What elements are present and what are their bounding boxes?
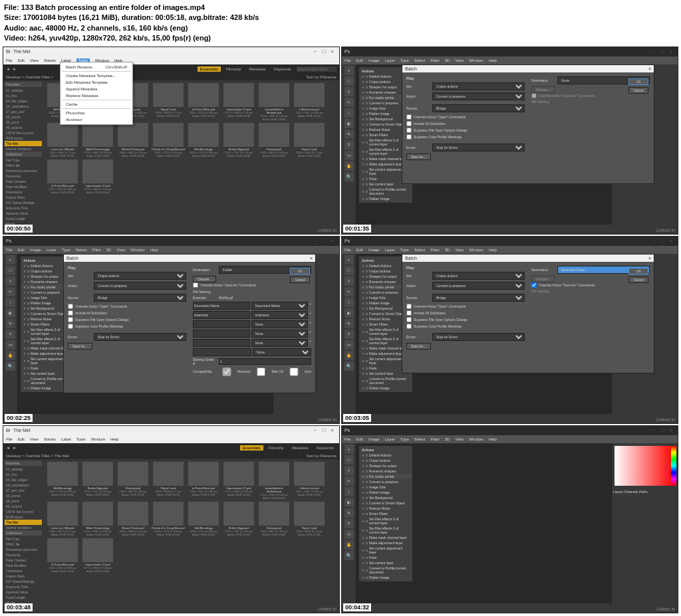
action-select[interactable]: Convert to prepress bbox=[432, 92, 525, 100]
size-value: 17001084 bytes (16,21 MiB), duration: 00… bbox=[23, 13, 259, 21]
thumbnail[interactable]: Lucas van Uffel.psd2985 x 3815 @ 72 ppiA… bbox=[46, 123, 79, 157]
search-input[interactable] bbox=[297, 66, 337, 72]
size-label: Size: bbox=[4, 13, 21, 21]
file-label: File: bbox=[4, 3, 19, 11]
frame-2: Ps −□× FileEditImageLayerTypeSelectFilte… bbox=[341, 47, 678, 235]
bridge-content: Favorites 01_settings 01_thru 04_like_ed… bbox=[3, 80, 339, 231]
thumbnail[interactable]: L'Arlesienne.psd2697 x 3437 @ 300 ppiAdo… bbox=[293, 462, 326, 500]
saveas-button[interactable]: Save As... bbox=[406, 154, 431, 160]
ps-titlebar: Ps −□× bbox=[342, 47, 678, 56]
back-icon[interactable]: ◄ bbox=[6, 67, 10, 71]
batch-dialog: Batch× Play Set:Output actions Action:Co… bbox=[63, 254, 316, 393]
thumbnail[interactable]: Broken Eggs.psd3715 x 2957 @ 150 ppiAdob… bbox=[222, 502, 255, 536]
timestamp: 00:00:50 bbox=[5, 225, 33, 233]
thumbnail[interactable]: Figure 5.psd3298 x 3828 @ 72 ppiAdobe RG… bbox=[293, 502, 326, 536]
thumbnail[interactable]: Ia Orana Maria.psd2655 x 3474 @ 300 ppiA… bbox=[187, 462, 220, 500]
cancel-button[interactable]: Cancel bbox=[628, 87, 648, 94]
thumbnail[interactable]: Broken Eggs.psd3715 x 2957 @ 150 ppiAdob… bbox=[81, 462, 114, 500]
thumbnail[interactable]: Improvisation 27.psd3772 x 3356 @ 150 pp… bbox=[222, 462, 255, 500]
tools-dropdown[interactable]: Batch Rename... Ctrl+Shift+R Create Meta… bbox=[60, 62, 133, 125]
thumbnail[interactable]: L'Arlesienne.psd2697 x 3437 @ 300 ppiAdo… bbox=[293, 83, 326, 121]
thumbnail[interactable]: BathBarsuk.jpg3656 x 2779 @ 300 ppiAdobe… bbox=[187, 123, 220, 157]
ps-toolbar[interactable]: +□◊✂/◐✎T▭✋🔍 bbox=[342, 64, 356, 225]
close-icon[interactable]: × bbox=[648, 256, 651, 260]
batch-rename-item[interactable]: Batch Rename... Ctrl+Shift+R bbox=[62, 64, 131, 70]
close-icon[interactable]: × bbox=[310, 256, 313, 260]
audio-label: Audio: bbox=[4, 24, 27, 32]
batch-dialog: Batch× Play Set:Output actions Action:Co… bbox=[402, 64, 654, 184]
thumbnail[interactable]: Improvisation 27.psd3772 x 3356 @ 150 pp… bbox=[222, 83, 255, 121]
thumbnail[interactable]: Figure 5.psd3298 x 3828 @ 72 ppiAdobe RG… bbox=[152, 462, 185, 500]
batch-dialog: Batch× Play Set:Output actions Action:Co… bbox=[402, 254, 654, 373]
thumbnail[interactable]: Mäda Primavesi.jpg2799 x 3682 @ 300 ppiA… bbox=[81, 123, 114, 157]
ps-logo: Ps bbox=[344, 49, 350, 54]
thumbnail[interactable]: Improvisation 27.psd3772 x 3356 @ 150 pp… bbox=[81, 159, 114, 194]
set-select[interactable]: Output actions bbox=[432, 82, 525, 90]
hue-slider[interactable] bbox=[671, 446, 676, 486]
frame-1: Br The Met −□× File Edit View Stacks Lab… bbox=[3, 47, 340, 235]
thumbnail[interactable]: Evening.psd2505 x 3815 @ 300 ppiAdobe RG… bbox=[257, 502, 291, 536]
thumbnail[interactable]: Ia Orana Maria.psd2655 x 3474 @ 300 ppiA… bbox=[46, 538, 79, 573]
frame-4: Ps−□× FileEditImageLayerTypeSelectFilter… bbox=[341, 236, 678, 424]
thumbnail[interactable]: Portrait of a Young Man.psd2655 x 3776 @… bbox=[152, 502, 185, 536]
bridge-title: The Met bbox=[13, 49, 31, 54]
thumbnail[interactable]: Figure 5.psd3298 x 3828 @ 72 ppiAdobe RG… bbox=[293, 123, 326, 157]
bridge-titlebar: Br The Met −□× bbox=[3, 47, 339, 56]
frame-6: Ps−□× FileEditImageLayerTypeSelectFilter… bbox=[341, 425, 678, 613]
file-info-block: File: 133 Batch processing an entire fol… bbox=[0, 0, 681, 47]
thumbnail[interactable]: Mäda Primavesi.jpg2799 x 3682 @ 300 ppiA… bbox=[81, 502, 114, 536]
thumbnail[interactable]: Manuel Osorio.psd2884 x 3685 @ 150 ppiAd… bbox=[116, 123, 150, 157]
thumbnail[interactable]: Joseph-Antoine Moltedo.psd2913 x 3596 @ … bbox=[257, 83, 291, 121]
thumbnail[interactable]: Evening.psd2505 x 3815 @ 300 ppiAdobe RG… bbox=[116, 462, 150, 500]
ok-button[interactable]: OK bbox=[628, 78, 648, 85]
thumbnail-grid: Br The Met −□× File Edit View Stacks Lab… bbox=[0, 47, 681, 616]
thumbnail[interactable]: Ia Orana Maria.psd2655 x 3474 @ 300 ppiA… bbox=[46, 159, 79, 194]
thumbnail[interactable]: Improvisation 27.psd3772 x 3356 @ 150 pp… bbox=[81, 538, 114, 573]
thumbnail[interactable]: Ia Orana Maria.psd2655 x 3474 @ 300 ppiA… bbox=[187, 83, 220, 121]
audio-value: aac, 48000 Hz, 2 channels, s16, 160 kb/s… bbox=[29, 24, 188, 32]
file-name: 133 Batch processing an entire folder of… bbox=[21, 3, 205, 11]
thumbnail[interactable]: Portrait of a Young Man.psd2655 x 3776 @… bbox=[152, 123, 185, 157]
close-icon[interactable]: × bbox=[648, 66, 651, 71]
window-controls[interactable]: −□× bbox=[314, 49, 337, 54]
thumbnail[interactable]: Evening.psd2505 x 3815 @ 300 ppiAdobe RG… bbox=[257, 123, 291, 157]
color-picker[interactable] bbox=[614, 446, 674, 486]
bridge-sidebar: Favorites 01_settings 01_thru 04_like_ed… bbox=[3, 80, 43, 231]
video-label: Video: bbox=[4, 34, 26, 42]
errors-select[interactable]: Stop for Errors bbox=[432, 144, 525, 152]
frame-3: Ps−□× FileEditImageLayerTypeSelectFilter… bbox=[3, 236, 340, 424]
frame-5: BrThe Met−□× FileEditViewStacksLabelTool… bbox=[3, 425, 340, 613]
video-value: h264, yuv420p, 1280x720, 262 kb/s, 15,00… bbox=[28, 34, 211, 42]
layers-panel[interactable]: Layers Channels Paths bbox=[612, 488, 678, 495]
choose-button[interactable]: Choose... bbox=[531, 86, 555, 93]
linkedin-watermark: Linked in bbox=[318, 228, 337, 233]
breadcrumb-bar: Desktop > Override Files > Sort by Filen… bbox=[3, 74, 339, 80]
thumbnail[interactable]: Joseph-Antoine Moltedo.psd2913 x 3596 @ … bbox=[257, 462, 291, 500]
source-select[interactable]: Bridge bbox=[432, 104, 525, 112]
favorites-header: Favorites bbox=[5, 82, 42, 87]
thumbnail[interactable]: Lucas van Uffel.psd2985 x 3815 @ 72 ppiA… bbox=[46, 502, 79, 536]
thumbnail[interactable]: Manuel Osorio.psd2884 x 3685 @ 150 ppiAd… bbox=[116, 502, 150, 536]
ps-toolbar[interactable]: +□◊✂/◐✎T▭✋🔍 bbox=[3, 254, 18, 414]
bridge-menubar[interactable]: File Edit View Stacks Label Tools Window… bbox=[3, 56, 339, 64]
thumbnail[interactable]: BathBarsuk.jpg3656 x 2779 @ 300 ppiAdobe… bbox=[46, 462, 79, 500]
workspace-essentials[interactable]: Essentials bbox=[198, 66, 221, 72]
thumbnail[interactable]: Broken Eggs.psd3715 x 2957 @ 150 ppiAdob… bbox=[222, 123, 255, 157]
fwd-icon[interactable]: ► bbox=[13, 67, 17, 71]
bridge-toolbar: ◄ ► Essentials Filmstrip Metadata Keywor… bbox=[3, 64, 339, 74]
thumbnail[interactable]: BathBarsuk.jpg3656 x 2779 @ 300 ppiAdobe… bbox=[187, 502, 220, 536]
ps-menubar[interactable]: FileEditImageLayerTypeSelectFilter3DView… bbox=[342, 56, 678, 64]
thumbnail[interactable]: Figure 5.psd3298 x 3828 @ 72 ppiAdobe RG… bbox=[152, 83, 185, 121]
bridge-logo: Br bbox=[6, 49, 11, 54]
